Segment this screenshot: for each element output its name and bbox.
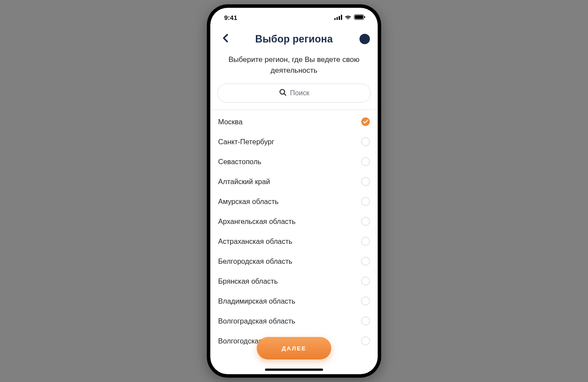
radio-unchecked-icon [361, 297, 370, 305]
radio-unchecked-icon [361, 257, 370, 265]
region-row[interactable]: Амурская область [210, 191, 378, 211]
radio-checked-icon [361, 117, 370, 126]
region-row[interactable]: Алтайский край [210, 172, 378, 191]
svg-line-8 [284, 94, 286, 95]
chevron-left-icon [222, 34, 228, 44]
nav-indicator-dot [359, 34, 370, 44]
region-label: Москва [218, 118, 242, 126]
region-row[interactable]: Санкт-Петербург [210, 132, 378, 152]
region-row[interactable]: Владимирская область [210, 291, 378, 311]
page-subtitle: Выберите регион, где Вы ведете свою деят… [210, 51, 378, 82]
search-placeholder: Поиск [290, 89, 309, 97]
phone-frame: 9:41 Выбор региона Выб [207, 4, 381, 378]
region-row[interactable]: Астраханская область [210, 231, 378, 251]
region-label: Алтайский край [218, 178, 270, 186]
status-time: 9:41 [224, 14, 237, 21]
battery-icon [354, 14, 366, 21]
home-indicator [265, 369, 323, 371]
region-label: Брянская область [218, 277, 278, 285]
svg-rect-1 [336, 17, 338, 20]
back-button[interactable] [217, 31, 233, 47]
radio-unchecked-icon [361, 137, 370, 146]
page-title: Выбор региона [255, 33, 333, 45]
radio-unchecked-icon [361, 197, 370, 206]
svg-rect-3 [341, 15, 342, 20]
region-label: Белгородская область [218, 257, 292, 265]
svg-rect-5 [355, 15, 363, 19]
nav-bar: Выбор региона [210, 27, 378, 51]
cellular-icon [334, 14, 342, 21]
region-label: Архангельская область [218, 217, 295, 226]
radio-unchecked-icon [361, 157, 370, 166]
radio-unchecked-icon [361, 217, 370, 226]
region-row[interactable]: Волгоградская область [210, 311, 378, 331]
status-indicators [334, 14, 366, 21]
region-list: МоскваСанкт-ПетербургСевастопольАлтайски… [210, 110, 378, 374]
screen: 9:41 Выбор региона Выб [210, 8, 378, 374]
region-row[interactable]: Белгородская область [210, 251, 378, 271]
region-label: Санкт-Петербург [218, 138, 274, 146]
radio-unchecked-icon [361, 317, 370, 325]
search-icon [279, 88, 287, 98]
next-button-label: ДАЛЕЕ [281, 345, 306, 352]
status-bar: 9:41 [210, 8, 378, 27]
next-button[interactable]: ДАЛЕЕ [257, 337, 331, 359]
radio-unchecked-icon [361, 237, 370, 246]
region-label: Севастополь [218, 158, 261, 166]
wifi-icon [344, 14, 352, 21]
radio-unchecked-icon [361, 337, 370, 345]
region-label: Амурская область [218, 197, 278, 206]
radio-unchecked-icon [361, 177, 370, 186]
region-label: Волгоградская область [218, 317, 295, 325]
search-input[interactable]: Поиск [217, 84, 371, 103]
region-label: Астраханская область [218, 237, 292, 246]
region-row[interactable]: Севастополь [210, 152, 378, 172]
svg-rect-2 [339, 16, 340, 20]
region-row[interactable]: Брянская область [210, 271, 378, 291]
radio-unchecked-icon [361, 277, 370, 285]
svg-rect-0 [334, 18, 336, 20]
region-row[interactable]: Архангельская область [210, 211, 378, 231]
svg-rect-6 [364, 16, 365, 18]
region-row[interactable]: Москва [210, 112, 378, 132]
region-label: Владимирская область [218, 297, 295, 305]
search-container: Поиск [210, 82, 378, 110]
